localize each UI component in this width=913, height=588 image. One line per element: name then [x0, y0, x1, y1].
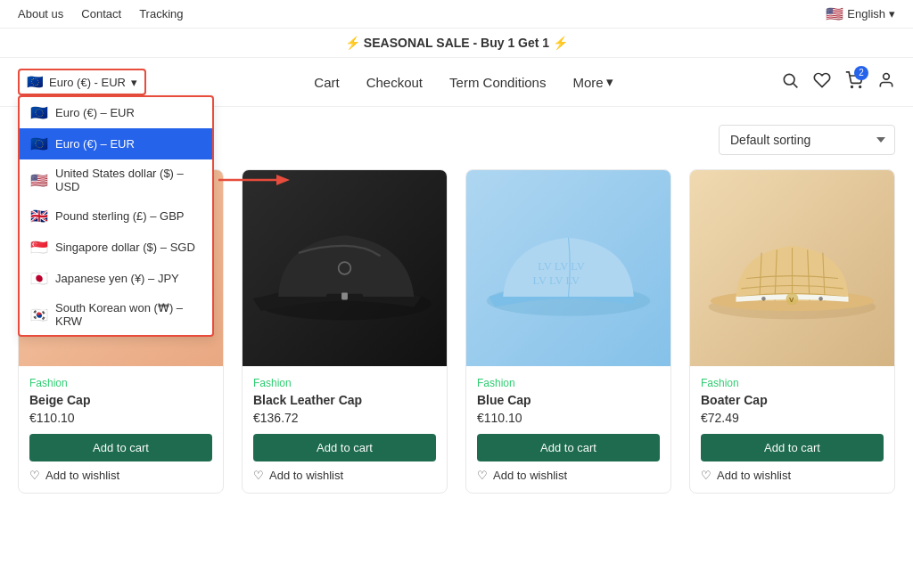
flag-usd-icon: 🇺🇸: [30, 172, 48, 189]
wishlist-black-button[interactable]: ♡ Add to wishlist: [253, 469, 343, 482]
more-label: More: [572, 75, 603, 90]
tracking-link[interactable]: Tracking: [139, 7, 183, 20]
nav-icons: 2: [781, 71, 895, 94]
svg-text:LV LV LV: LV LV LV: [532, 274, 580, 287]
checkout-nav-link[interactable]: Checkout: [366, 75, 423, 90]
cart-icon[interactable]: 2: [845, 71, 863, 94]
add-to-cart-boater-button[interactable]: Add to cart: [701, 434, 884, 461]
product-card-boater-cap: V Fashion Boater Cap €72.49 Add to cart …: [689, 169, 895, 494]
wishlist-black-label: Add to wishlist: [269, 469, 343, 482]
currency-option-label: Euro (€) – EUR: [55, 106, 135, 119]
currency-option-usd[interactable]: 🇺🇸 United States dollar ($) – USD: [20, 159, 212, 200]
product-name-boater: Boater Cap: [701, 393, 884, 407]
heart-icon-black: ♡: [253, 469, 264, 482]
more-chevron-icon: ▾: [606, 74, 613, 90]
svg-point-6: [884, 73, 890, 79]
product-card-blue-cap: LV LV LV LV LV LV Fashion Blue Cap €110.…: [465, 169, 671, 494]
heart-icon-blue: ♡: [477, 469, 488, 482]
wishlist-beige-button[interactable]: ♡ Add to wishlist: [29, 469, 119, 482]
product-image-black-cap: [243, 170, 447, 366]
currency-jpy-label: Japanese yen (¥) – JPY: [55, 272, 179, 285]
product-category-boater: Fashion: [701, 377, 884, 389]
top-bar: About us Contact Tracking 🇺🇸 English ▾: [0, 0, 913, 29]
currency-option-sgd[interactable]: 🇸🇬 Singapore dollar ($) – SGD: [20, 232, 212, 263]
top-bar-links: About us Contact Tracking: [18, 7, 184, 20]
cart-badge: 2: [854, 66, 868, 80]
flag-jpy-icon: 🇯🇵: [30, 270, 48, 287]
currency-gbp-label: Pound sterling (£) – GBP: [55, 209, 185, 223]
currency-flag-icon: 🇪🇺: [27, 74, 44, 90]
currency-sgd-label: Singapore dollar ($) – SGD: [55, 241, 195, 254]
heart-icon: ♡: [29, 469, 40, 482]
flag-gbp-icon: 🇬🇧: [30, 208, 48, 225]
currency-usd-label: United States dollar ($) – USD: [55, 167, 202, 193]
currency-option-eur-active[interactable]: 🇪🇺 Euro (€) – EUR: [20, 128, 212, 159]
svg-point-4: [851, 86, 853, 87]
wishlist-icon[interactable]: [813, 71, 831, 94]
svg-rect-15: [341, 292, 348, 299]
promo-text: ⚡ SEASONAL SALE - Buy 1 Get 1 ⚡: [345, 36, 568, 50]
about-link[interactable]: About us: [18, 7, 63, 20]
product-category-black: Fashion: [253, 377, 436, 389]
product-info-beige-cap: Fashion Beige Cap €110.10 Add to cart ♡ …: [19, 366, 223, 493]
wishlist-boater-label: Add to wishlist: [717, 469, 791, 482]
user-icon[interactable]: [877, 71, 895, 94]
more-nav-button[interactable]: More ▾: [572, 74, 613, 90]
search-icon[interactable]: [781, 71, 799, 94]
flag-sgd-icon: 🇸🇬: [30, 239, 48, 256]
product-info-black-cap: Fashion Black Leather Cap €136.72 Add to…: [243, 366, 447, 493]
lang-chevron-icon: ▾: [889, 7, 895, 20]
currency-active-label: Euro (€) – EUR: [55, 137, 135, 151]
svg-point-24: [818, 297, 823, 301]
currency-krw-label: South Korean won (₩) – KRW: [55, 301, 202, 328]
flag-eur-active-icon: 🇪🇺: [30, 135, 48, 152]
svg-point-5: [860, 86, 861, 87]
currency-chevron-icon: ▾: [131, 76, 137, 89]
wishlist-beige-label: Add to wishlist: [45, 469, 119, 482]
product-category-blue: Fashion: [477, 377, 660, 389]
product-category-beige: Fashion: [29, 377, 212, 389]
product-card-black-cap: Fashion Black Leather Cap €136.72 Add to…: [242, 169, 448, 494]
promo-bar: ⚡ SEASONAL SALE - Buy 1 Get 1 ⚡: [0, 29, 913, 58]
svg-point-2: [784, 74, 794, 85]
currency-option-jpy[interactable]: 🇯🇵 Japanese yen (¥) – JPY: [20, 263, 212, 294]
product-price-beige: €110.10: [29, 411, 212, 425]
add-to-cart-beige-button[interactable]: Add to cart: [29, 434, 212, 461]
term-conditions-nav-link[interactable]: Term Conditions: [449, 75, 546, 90]
add-to-cart-black-button[interactable]: Add to cart: [253, 434, 436, 461]
main-nav: 🇪🇺 Euro (€) - EUR ▾ 🇪🇺 Euro (€) – EUR 🇪🇺…: [0, 58, 913, 107]
product-info-boater-cap: Fashion Boater Cap €72.49 Add to cart ♡ …: [690, 366, 894, 493]
product-image-boater-cap: V: [690, 170, 894, 366]
language-label: English: [847, 7, 885, 20]
currency-label: Euro (€) - EUR: [49, 76, 126, 89]
currency-option-eur-header[interactable]: 🇪🇺 Euro (€) – EUR: [20, 97, 212, 128]
product-image-blue-cap: LV LV LV LV LV LV: [466, 170, 670, 366]
wishlist-blue-button[interactable]: ♡ Add to wishlist: [477, 469, 567, 482]
svg-line-3: [794, 83, 798, 87]
add-to-cart-blue-button[interactable]: Add to cart: [477, 434, 660, 461]
svg-text:LV LV LV: LV LV LV: [538, 260, 585, 273]
currency-selector[interactable]: 🇪🇺 Euro (€) - EUR ▾: [18, 69, 146, 95]
currency-dropdown: 🇪🇺 Euro (€) – EUR 🇪🇺 Euro (€) – EUR 🇺🇸 U…: [18, 95, 214, 337]
heart-icon-boater: ♡: [701, 469, 711, 482]
product-info-blue-cap: Fashion Blue Cap €110.10 Add to cart ♡ A…: [466, 366, 670, 493]
product-name-blue: Blue Cap: [477, 393, 660, 407]
product-price-black: €136.72: [253, 411, 436, 425]
lang-flag-icon: 🇺🇸: [826, 5, 843, 22]
currency-area: 🇪🇺 Euro (€) - EUR ▾ 🇪🇺 Euro (€) – EUR 🇪🇺…: [18, 69, 146, 95]
nav-center: Cart Checkout Term Conditions More ▾: [314, 74, 613, 90]
contact-link[interactable]: Contact: [81, 7, 121, 20]
svg-point-23: [761, 297, 766, 301]
language-selector[interactable]: 🇺🇸 English ▾: [826, 5, 895, 22]
sort-select[interactable]: Default sorting Sort by price: low to hi…: [719, 125, 895, 155]
product-price-blue: €110.10: [477, 411, 660, 425]
flag-krw-icon: 🇰🇷: [30, 306, 48, 323]
currency-option-krw[interactable]: 🇰🇷 South Korean won (₩) – KRW: [20, 294, 212, 335]
wishlist-blue-label: Add to wishlist: [493, 469, 567, 482]
cart-nav-link[interactable]: Cart: [314, 75, 339, 90]
product-price-boater: €72.49: [701, 411, 884, 425]
flag-eur-icon: 🇪🇺: [30, 104, 48, 121]
product-name-black: Black Leather Cap: [253, 393, 436, 407]
currency-option-gbp[interactable]: 🇬🇧 Pound sterling (£) – GBP: [20, 200, 212, 232]
wishlist-boater-button[interactable]: ♡ Add to wishlist: [701, 469, 791, 482]
